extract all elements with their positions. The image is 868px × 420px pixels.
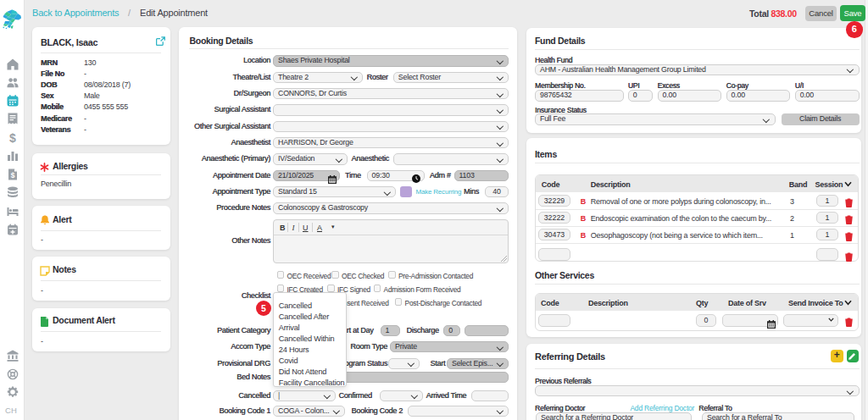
svg-text:$: $ — [10, 171, 14, 180]
svg-text:$: $ — [9, 131, 16, 143]
